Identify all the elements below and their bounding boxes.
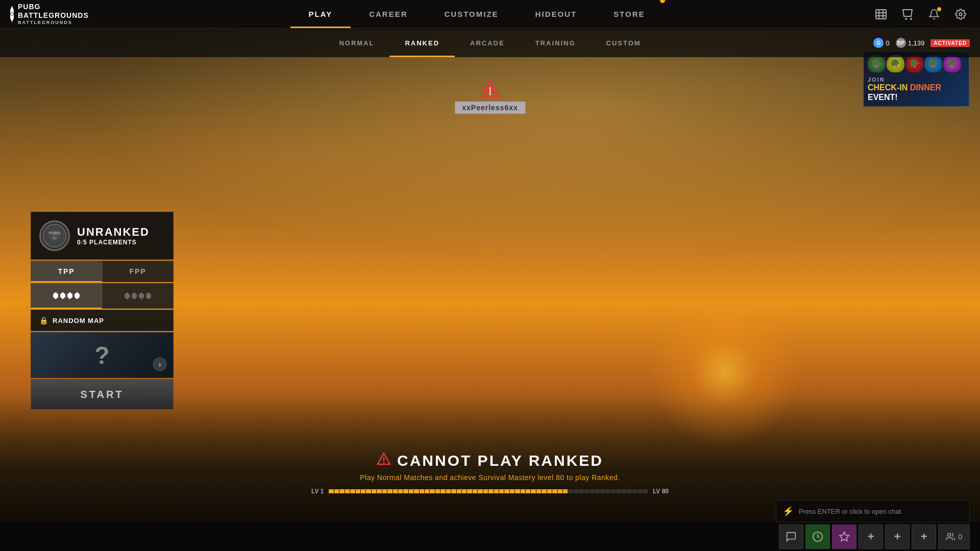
rank-triangle-icon <box>480 79 500 99</box>
settings-button[interactable] <box>951 5 970 23</box>
bp-coin-icon: BP <box>896 38 906 48</box>
level-seg-27 <box>473 489 477 493</box>
level-seg-44 <box>563 489 568 493</box>
nav-play[interactable]: PLAY <box>290 0 351 28</box>
bp-amount: 1,139 <box>908 39 925 47</box>
level-seg-34 <box>510 489 514 493</box>
chat-placeholder: Press ENTER or click to open chat. <box>799 508 903 515</box>
level-seg-29 <box>483 489 488 493</box>
start-button[interactable]: START <box>31 379 174 410</box>
add-btn-1[interactable]: + <box>859 524 883 549</box>
dot3 <box>67 292 72 299</box>
rank-title: UNRANKED <box>77 226 165 239</box>
notif-dot <box>937 7 941 11</box>
level-seg-4 <box>350 489 355 493</box>
logo-area: ⬡ PUBG BATTLEGROUNDS BATTLEGROUNDS <box>0 3 92 25</box>
level-seg-51 <box>600 489 605 493</box>
level-seg-11 <box>387 489 392 493</box>
nav-career[interactable]: CAREER <box>351 0 426 28</box>
main-nav: PLAY CAREER CUSTOMIZE HIDEOUT STORE <box>92 0 862 28</box>
level-seg-32 <box>499 489 504 493</box>
subnav-custom[interactable]: CUSTOM <box>591 29 656 57</box>
nav-store-wrap: STORE <box>595 0 663 28</box>
promo-title: CHECK-IN DINNER EVENT! <box>868 83 965 102</box>
notifications-button[interactable] <box>925 5 943 23</box>
level-seg-57 <box>632 489 637 493</box>
level-seg-7 <box>366 489 371 493</box>
subnav-normal[interactable]: NORMAL <box>324 29 389 57</box>
placements-total: 5 <box>83 239 87 246</box>
lightning-icon: ⚡ <box>782 506 794 517</box>
bottom-toolbar: + + + 0 <box>0 522 980 551</box>
nav-hideout[interactable]: HIDEOUT <box>517 0 596 28</box>
nav-store[interactable]: STORE <box>595 10 663 18</box>
level-seg-55 <box>622 489 626 493</box>
coin-btn[interactable] <box>805 524 830 549</box>
level-seg-59 <box>643 489 647 493</box>
squad-4-tab[interactable] <box>31 283 102 309</box>
level-seg-0 <box>329 489 333 493</box>
second-nav: NORMAL RANKED ARCADE TRAINING CUSTOM G 0… <box>0 29 980 57</box>
add-btn-3[interactable]: + <box>912 524 936 549</box>
level-seg-26 <box>467 489 472 493</box>
lock-icon: 🔒 <box>39 316 48 324</box>
nav-customize[interactable]: CUSTOMIZE <box>426 0 517 28</box>
promo-join-text: JOIN <box>868 77 965 83</box>
level-seg-39 <box>536 489 541 493</box>
add-btn-2[interactable]: + <box>885 524 910 549</box>
svg-point-18 <box>383 462 384 464</box>
svg-point-5 <box>905 18 906 19</box>
friends-button[interactable]: 0 <box>938 524 970 549</box>
rank-info: UNRANKED 0/5 PLACEMENTS <box>77 226 165 246</box>
level-seg-43 <box>558 489 562 493</box>
rank-placements: 0/5 PLACEMENTS <box>77 239 165 246</box>
squad-duo-tab[interactable] <box>102 283 174 309</box>
level-seg-3 <box>345 489 350 493</box>
pubg-logo-icon: ⬡ <box>10 6 14 22</box>
fpp-tab[interactable]: FPP <box>102 261 174 282</box>
cannot-play-title-row: CANNOT PLAY RANKED <box>311 452 669 469</box>
logo-battlegrounds: BATTLEGROUNDS <box>18 20 89 26</box>
left-panel: PUBG BG UNRANKED 0/5 PLACEMENTS TPP FPP <box>31 212 174 410</box>
tpp-tab[interactable]: TPP <box>31 261 102 282</box>
level-seg-41 <box>547 489 552 493</box>
promo-event: EVENT! <box>868 93 898 102</box>
chat-bar[interactable]: ⚡ Press ENTER or click to open chat. <box>776 500 970 522</box>
placements-label: PLACEMENTS <box>89 239 137 246</box>
cannot-icon <box>377 452 391 469</box>
map-preview[interactable]: ? › <box>31 332 174 378</box>
svg-text:BG: BG <box>53 237 57 240</box>
subnav-training[interactable]: TRAINING <box>520 29 591 57</box>
level-seg-33 <box>504 489 509 493</box>
shop-button[interactable] <box>898 5 917 23</box>
cannot-play-banner: CANNOT PLAY RANKED Play Normal Matches a… <box>311 452 669 495</box>
level-seg-30 <box>488 489 493 493</box>
level-start-label: LV 1 <box>311 488 324 495</box>
level-seg-37 <box>526 489 530 493</box>
helmet-blue: 🪖 <box>924 55 942 72</box>
level-seg-35 <box>515 489 520 493</box>
chat-toggle-btn[interactable] <box>779 524 803 549</box>
dot2 <box>60 292 65 299</box>
subnav-ranked[interactable]: RANKED <box>389 29 455 57</box>
top-nav: ⬡ PUBG BATTLEGROUNDS BATTLEGROUNDS PLAY … <box>0 0 980 29</box>
logo-text: PUBG BATTLEGROUNDS BATTLEGROUNDS <box>18 3 89 25</box>
level-seg-38 <box>531 489 535 493</box>
level-bar-container: LV 1 LV 80 <box>311 488 669 495</box>
promo-banner[interactable]: 🪖 🪖 🪖 🪖 🪖 JOIN CHECK-IN DINNER EVENT! <box>863 51 970 107</box>
special-btn[interactable] <box>832 524 856 549</box>
svg-point-21 <box>948 533 951 536</box>
helmet-green: 🪖 <box>868 55 886 72</box>
level-bar <box>329 489 647 493</box>
level-seg-15 <box>409 489 413 493</box>
map-arrow-btn[interactable]: › <box>153 357 167 371</box>
subnav-arcade[interactable]: ARCADE <box>455 29 520 57</box>
perspective-tabs: TPP FPP <box>31 261 174 282</box>
level-seg-54 <box>616 489 621 493</box>
dot8 <box>146 292 151 299</box>
level-seg-53 <box>611 489 616 493</box>
inventory-button[interactable] <box>872 5 890 23</box>
level-seg-42 <box>552 489 557 493</box>
map-selector[interactable]: 🔒 RANDOM MAP <box>31 310 174 331</box>
promo-check-in: CHECK-IN <box>868 83 910 92</box>
